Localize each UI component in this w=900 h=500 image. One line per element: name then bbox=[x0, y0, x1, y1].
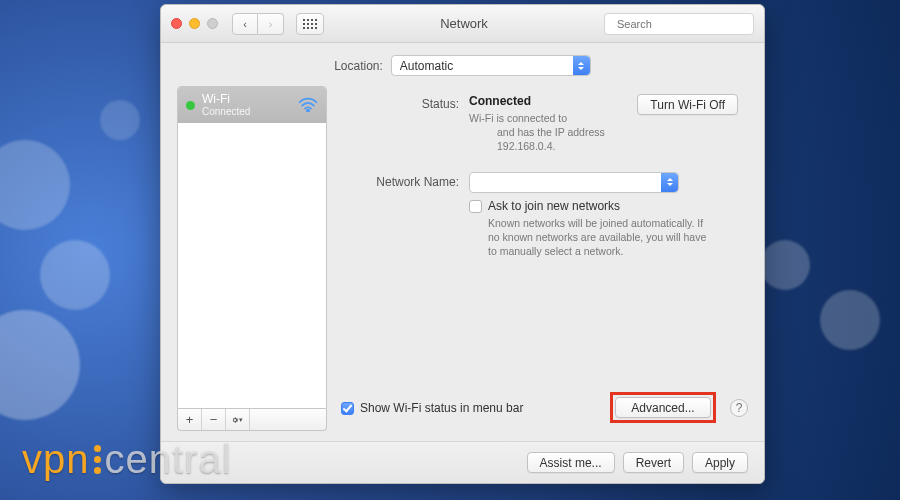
show-status-checkbox[interactable]: Show Wi-Fi status in menu bar bbox=[341, 401, 523, 415]
body: Wi-Fi Connected + − ▾ bbox=[161, 86, 764, 441]
show-status-label: Show Wi-Fi status in menu bar bbox=[360, 401, 523, 415]
ask-to-join-checkbox[interactable]: Ask to join new networks Known networks … bbox=[469, 199, 738, 259]
network-preferences-window: ‹ › Network Location: Automatic Wi-Fi bbox=[160, 4, 765, 484]
bottom-row: Show Wi-Fi status in menu bar Advanced..… bbox=[341, 386, 748, 431]
chevron-down-icon: ▾ bbox=[239, 416, 243, 424]
titlebar: ‹ › Network bbox=[161, 5, 764, 43]
close-icon[interactable] bbox=[171, 18, 182, 29]
location-label: Location: bbox=[334, 59, 383, 73]
chevron-up-down-icon bbox=[661, 173, 678, 192]
location-value: Automatic bbox=[400, 59, 453, 73]
status-label: Status: bbox=[341, 94, 459, 154]
assist-me-button[interactable]: Assist me... bbox=[527, 452, 615, 473]
svg-point-2 bbox=[307, 109, 309, 111]
detail-pane: Status: Connected Wi-Fi is connected to … bbox=[341, 86, 748, 431]
service-sidebar: Wi-Fi Connected + − ▾ bbox=[177, 86, 327, 431]
window-controls bbox=[171, 18, 218, 29]
service-status: Connected bbox=[202, 106, 291, 117]
show-all-button[interactable] bbox=[296, 13, 324, 35]
remove-service-button[interactable]: − bbox=[202, 409, 226, 430]
gear-icon bbox=[232, 414, 238, 426]
window-title: Network bbox=[330, 16, 598, 31]
watermark-dots-icon bbox=[94, 445, 101, 474]
watermark-right: central bbox=[105, 437, 232, 482]
checkbox-checked-icon bbox=[341, 402, 354, 415]
chevron-up-down-icon bbox=[573, 56, 590, 75]
network-name-label: Network Name: bbox=[341, 172, 459, 193]
service-name: Wi-Fi bbox=[202, 93, 291, 106]
watermark-left: vpn bbox=[22, 437, 90, 482]
revert-button[interactable]: Revert bbox=[623, 452, 684, 473]
service-text: Wi-Fi Connected bbox=[202, 93, 291, 117]
checkbox-icon bbox=[469, 200, 482, 213]
network-name-select[interactable] bbox=[469, 172, 679, 193]
status-dot-icon bbox=[186, 101, 195, 110]
location-row: Location: Automatic bbox=[161, 43, 764, 86]
service-item-wifi[interactable]: Wi-Fi Connected bbox=[178, 87, 326, 123]
nav-back-forward: ‹ › bbox=[232, 13, 284, 35]
service-list[interactable]: Wi-Fi Connected bbox=[177, 86, 327, 409]
forward-button[interactable]: › bbox=[258, 13, 284, 35]
minimize-icon[interactable] bbox=[189, 18, 200, 29]
status-value: Connected bbox=[469, 94, 627, 108]
search-input[interactable] bbox=[615, 17, 757, 31]
search-field[interactable] bbox=[604, 13, 754, 35]
status-description: Wi-Fi is connected to and has the IP add… bbox=[469, 111, 627, 154]
advanced-button[interactable]: Advanced... bbox=[615, 397, 711, 418]
zoom-icon[interactable] bbox=[207, 18, 218, 29]
service-toolbar: + − ▾ bbox=[177, 409, 327, 431]
wifi-icon bbox=[298, 96, 318, 115]
footer: Assist me... Revert Apply bbox=[161, 441, 764, 483]
watermark-logo: vpn central bbox=[22, 437, 232, 482]
back-button[interactable]: ‹ bbox=[232, 13, 258, 35]
add-service-button[interactable]: + bbox=[178, 409, 202, 430]
ask-to-join-label: Ask to join new networks bbox=[488, 199, 708, 213]
toggle-wifi-button[interactable]: Turn Wi-Fi Off bbox=[637, 94, 738, 115]
service-action-menu[interactable]: ▾ bbox=[226, 409, 250, 430]
location-select[interactable]: Automatic bbox=[391, 55, 591, 76]
apply-button[interactable]: Apply bbox=[692, 452, 748, 473]
ask-to-join-description: Known networks will be joined automatica… bbox=[488, 216, 708, 259]
advanced-highlight: Advanced... bbox=[610, 392, 716, 423]
help-button[interactable]: ? bbox=[730, 399, 748, 417]
grid-icon bbox=[303, 19, 317, 29]
